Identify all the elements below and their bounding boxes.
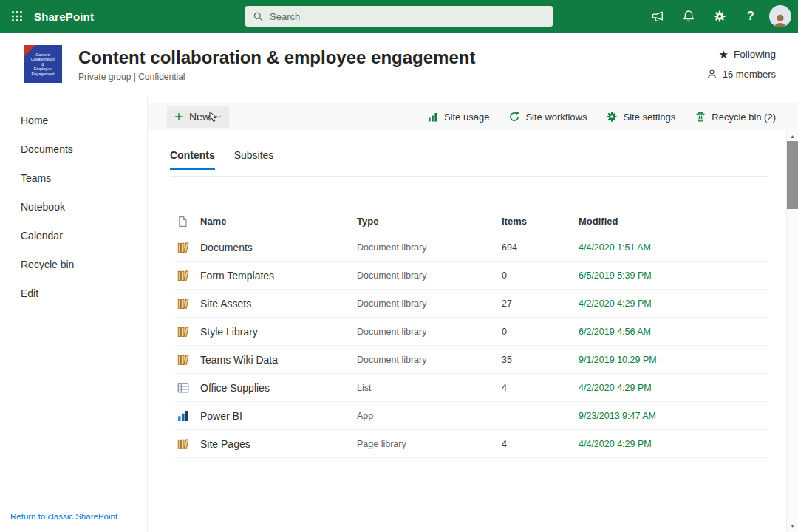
sidebar-item-teams[interactable]: Teams [0,163,147,192]
header-modified[interactable]: Modified [579,216,768,227]
site-titles: Content collaboration & employee engagem… [78,47,475,82]
site-logo-text: Employee [34,66,52,72]
site-usage-label: Site usage [444,112,489,123]
search-icon [253,11,264,22]
notifications-button[interactable] [673,0,704,33]
row-name-link[interactable]: Form Templates [200,270,357,282]
row-items: 35 [502,355,579,365]
sidebar-item-edit[interactable]: Edit [0,279,147,307]
search-box[interactable] [245,6,553,27]
site-settings-label: Site settings [623,112,675,123]
site-usage-button[interactable]: Site usage [427,111,489,123]
new-button[interactable]: New [167,106,229,128]
sidebar-item-calendar[interactable]: Calendar [0,221,147,250]
row-type: Page library [357,439,502,449]
sidebar-item-home[interactable]: Home [0,106,147,134]
contents-table: Name Type Items Modified Documents Docum… [174,210,768,458]
table-row[interactable]: Form Templates Document library 0 6/5/20… [174,262,768,290]
table-row[interactable]: Style Library Document library 0 6/2/201… [174,318,768,346]
app-name: SharePoint [34,10,94,23]
row-modified: 4/2/2020 4:29 PM [579,383,768,393]
site-header: Content Collaboration & Employee Engagem… [0,33,798,96]
row-type: Document library [357,242,502,253]
row-type: Document library [357,299,502,309]
scroll-up-icon[interactable]: ▲ [790,130,795,141]
document-library-icon [177,297,190,310]
vertical-scrollbar[interactable]: ▲ ▼ [786,130,798,532]
row-name-link[interactable]: Office Supplies [200,382,357,394]
tab-contents[interactable]: Contents [170,149,215,170]
return-to-classic-link[interactable]: Return to classic SharePoint [10,512,117,521]
bell-icon [682,10,695,23]
gear-icon [606,111,618,123]
document-library-icon [177,241,190,254]
recycle-bin-button[interactable]: Recycle bin (2) [695,111,776,123]
announcements-button[interactable] [642,0,673,33]
scroll-down-icon[interactable]: ▼ [790,521,795,532]
row-type: App [357,411,502,421]
site-logo[interactable]: Content Collaboration & Employee Engagem… [24,45,62,83]
sidebar-item-recycle-bin[interactable]: Recycle bin [0,250,147,279]
site-workflows-button[interactable]: Site workflows [508,111,587,123]
search-input[interactable] [270,11,545,22]
sidebar-item-notebook[interactable]: Notebook [0,192,147,221]
row-items: 694 [502,242,579,253]
table-row[interactable]: Documents Document library 694 4/4/2020 … [174,233,768,262]
sidebar-footer: Return to classic SharePoint [0,502,147,532]
row-modified: 4/2/2020 4:29 PM [579,299,768,309]
members-button[interactable]: 16 members [706,69,776,80]
app-launcher-button[interactable] [0,0,34,33]
row-modified: 9/23/2013 9:47 AM [579,411,768,421]
row-type: Document library [357,355,502,365]
row-items: 27 [502,299,579,309]
table-row[interactable]: Power BI App 9/23/2013 9:47 AM [174,402,768,430]
left-nav: Home Documents Teams Notebook Calendar R… [0,96,148,532]
following-button[interactable]: ★ Following [719,49,776,60]
table-row[interactable]: Site Assets Document library 27 4/2/2020… [174,290,768,318]
command-bar-actions: Site usage Site workflows Site settings … [427,111,776,123]
sync-icon [508,111,520,123]
table-row[interactable]: Teams Wiki Data Document library 35 9/1/… [174,346,768,374]
power-bi-app-icon [177,409,190,423]
star-icon: ★ [719,49,729,60]
site-logo-text: & [41,62,44,67]
site-privacy-label: Private group | Confidential [78,72,475,82]
waffle-icon [11,10,23,22]
members-count-label: 16 members [723,69,776,80]
row-name-link[interactable]: Power BI [200,410,357,422]
header-type[interactable]: Type [357,216,502,227]
row-name-link[interactable]: Site Assets [200,298,357,310]
row-items: 0 [502,270,579,281]
tab-subsites[interactable]: Subsites [234,149,274,170]
new-button-label: New [189,111,210,123]
row-name-link[interactable]: Documents [200,242,357,253]
pivot-tabs: Contents Subsites [170,149,786,170]
site-workflows-label: Site workflows [525,112,587,123]
row-type: Document library [357,327,502,337]
site-settings-button[interactable]: Site settings [606,111,675,123]
row-modified: 4/4/2020 4:29 PM [579,439,768,449]
site-header-right: ★ Following 16 members [706,49,776,80]
help-button[interactable]: ? [735,0,766,33]
account-avatar[interactable] [769,5,791,27]
row-items: 4 [502,383,579,393]
row-name-link[interactable]: Teams Wiki Data [200,354,357,366]
sidebar-item-documents[interactable]: Documents [0,134,147,163]
header-name[interactable]: Name [200,216,357,227]
header-items[interactable]: Items [502,216,579,227]
row-type: Document library [357,270,502,281]
row-name-link[interactable]: Style Library [200,326,357,338]
site-title: Content collaboration & employee engagem… [78,47,475,68]
scrollbar-thumb[interactable] [787,141,798,209]
table-row[interactable]: Site Pages Page library 4 4/4/2020 4:29 … [174,430,768,458]
row-modified: 4/4/2020 1:51 AM [579,242,768,253]
row-items: 0 [502,327,579,337]
document-library-icon [177,353,190,366]
table-row[interactable]: Office Supplies List 4 4/2/2020 4:29 PM [174,374,768,402]
members-icon [706,69,717,80]
table-header-row: Name Type Items Modified [174,210,768,233]
chevron-down-icon [215,113,222,120]
row-name-link[interactable]: Site Pages [200,438,357,450]
settings-button[interactable] [704,0,735,33]
page-library-icon [177,437,190,451]
